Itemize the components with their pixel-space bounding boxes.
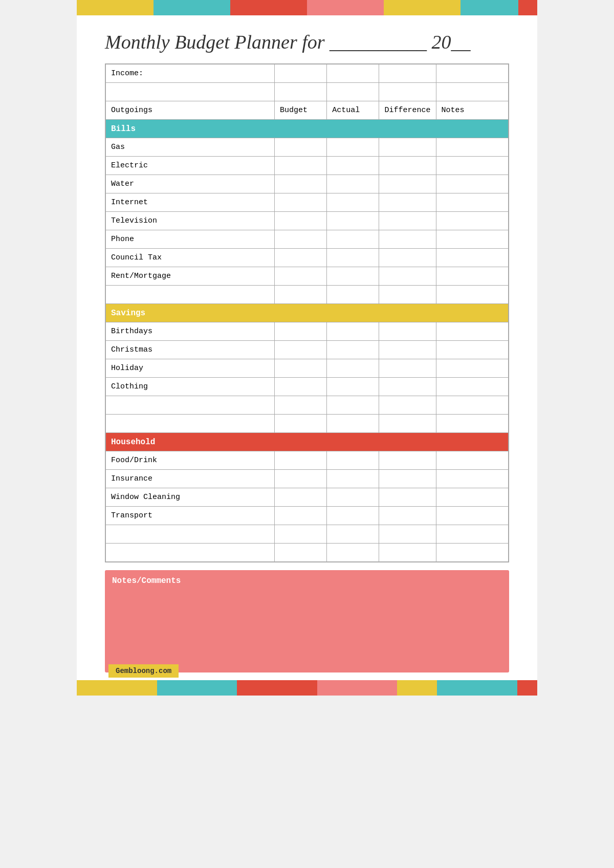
savings-label: Savings	[106, 304, 509, 322]
budget-table: Income: Outgoings Budget Actual Differen…	[105, 64, 509, 562]
top-bar-pink1	[307, 0, 384, 15]
top-bar-yellow2	[384, 0, 461, 15]
top-bar	[77, 0, 537, 15]
row-birthdays: Birthdays	[106, 322, 509, 341]
item-water: Water	[106, 175, 275, 193]
top-bar-red2	[518, 0, 538, 15]
bottom-bar-yellow2	[397, 680, 437, 696]
item-gas: Gas	[106, 138, 275, 157]
row-christmas: Christmas	[106, 341, 509, 359]
item-phone: Phone	[106, 230, 275, 249]
bottom-bar-pink1	[317, 680, 398, 696]
col-notes: Notes	[436, 101, 509, 120]
col-budget: Budget	[275, 101, 327, 120]
col-difference: Difference	[379, 101, 436, 120]
item-television: Television	[106, 212, 275, 230]
bottom-bar-yellow1	[77, 680, 157, 696]
income-actual	[327, 64, 379, 83]
row-electric: Electric	[106, 157, 509, 175]
household-label: Household	[106, 433, 509, 451]
item-insurance: Insurance	[106, 470, 275, 488]
item-council-tax: Council Tax	[106, 249, 275, 267]
income-diff	[379, 64, 436, 83]
row-holiday: Holiday	[106, 359, 509, 378]
col-actual: Actual	[327, 101, 379, 120]
household-section-header: Household	[106, 433, 509, 451]
bills-label: Bills	[106, 120, 509, 138]
bottom-bar-red1	[237, 680, 317, 696]
item-transport: Transport	[106, 507, 275, 525]
col-outgoings: Outgoings	[106, 101, 275, 120]
item-christmas: Christmas	[106, 341, 275, 359]
row-television: Television	[106, 212, 509, 230]
bottom-bar	[77, 680, 537, 696]
row-food-drink: Food/Drink	[106, 451, 509, 470]
item-electric: Electric	[106, 157, 275, 175]
item-food-drink: Food/Drink	[106, 451, 275, 470]
item-rent-mortgage: Rent/Mortgage	[106, 267, 275, 286]
top-bar-yellow1	[77, 0, 154, 15]
page-title: Monthly Budget Planner for __________ 20…	[105, 31, 509, 53]
row-water: Water	[106, 175, 509, 193]
income-budget	[275, 64, 327, 83]
empty-row-household-1	[106, 525, 509, 544]
top-bar-teal2	[461, 0, 518, 15]
empty-row-household-2	[106, 544, 509, 562]
row-rent-mortgage: Rent/Mortgage	[106, 267, 509, 286]
top-bar-teal1	[154, 0, 230, 15]
budget-table-container: Income: Outgoings Budget Actual Differen…	[105, 63, 509, 562]
page: Monthly Budget Planner for __________ 20…	[77, 0, 537, 696]
income-label: Income:	[106, 64, 275, 83]
empty-row-savings-1	[106, 396, 509, 415]
item-birthdays: Birthdays	[106, 322, 275, 341]
bottom-bar-red2	[517, 680, 537, 696]
column-header-row: Outgoings Budget Actual Difference Notes	[106, 101, 509, 120]
top-bar-red1	[230, 0, 307, 15]
row-phone: Phone	[106, 230, 509, 249]
empty-row-bills	[106, 286, 509, 304]
income-row: Income:	[106, 64, 509, 83]
row-insurance: Insurance	[106, 470, 509, 488]
notes-section: Notes/Comments	[105, 570, 509, 672]
bottom-bar-teal2	[437, 680, 517, 696]
item-internet: Internet	[106, 193, 275, 212]
row-window-cleaning: Window Cleaning	[106, 488, 509, 507]
row-gas: Gas	[106, 138, 509, 157]
title-area: Monthly Budget Planner for __________ 20…	[77, 15, 537, 63]
row-internet: Internet	[106, 193, 509, 212]
watermark: Gembloong.com	[108, 664, 179, 678]
item-holiday: Holiday	[106, 359, 275, 378]
notes-label: Notes/Comments	[112, 576, 502, 585]
empty-row-1	[106, 83, 509, 101]
item-clothing: Clothing	[106, 378, 275, 396]
bottom-bar-teal1	[157, 680, 237, 696]
row-transport: Transport	[106, 507, 509, 525]
savings-section-header: Savings	[106, 304, 509, 322]
empty-row-savings-2	[106, 415, 509, 433]
income-notes	[436, 64, 509, 83]
row-clothing: Clothing	[106, 378, 509, 396]
bills-section-header: Bills	[106, 120, 509, 138]
item-window-cleaning: Window Cleaning	[106, 488, 275, 507]
row-council-tax: Council Tax	[106, 249, 509, 267]
